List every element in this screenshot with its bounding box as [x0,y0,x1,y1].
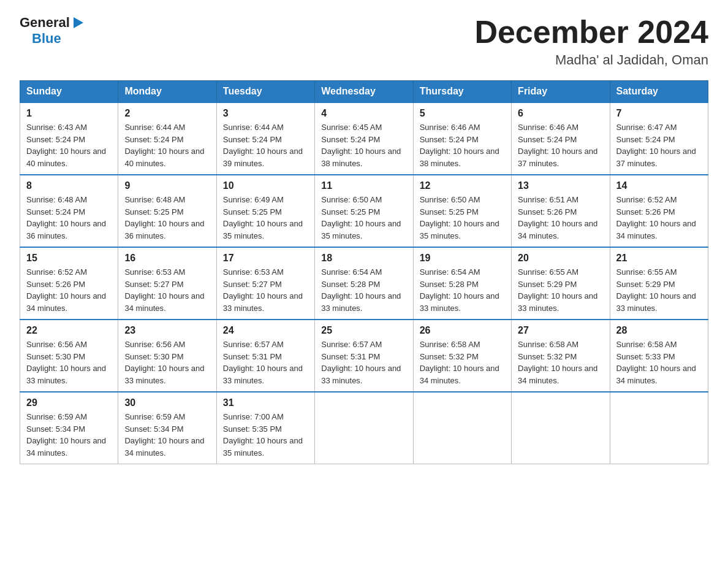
cell-info: Sunrise: 6:55 AMSunset: 5:29 PMDaylight:… [518,266,603,314]
cell-info: Sunrise: 6:48 AMSunset: 5:25 PMDaylight:… [124,194,210,242]
table-row [512,392,610,464]
cell-info: Sunrise: 6:58 AMSunset: 5:32 PMDaylight:… [518,339,603,386]
cell-date: 16 [124,253,210,264]
cell-info: Sunrise: 6:52 AMSunset: 5:26 PMDaylight:… [26,266,112,314]
month-title: December 2024 [474,15,708,50]
table-row: 29 Sunrise: 6:59 AMSunset: 5:34 PMDaylig… [20,392,118,464]
table-row: 22 Sunrise: 6:56 AMSunset: 5:30 PMDaylig… [20,320,118,392]
table-row: 31 Sunrise: 7:00 AMSunset: 5:35 PMDaylig… [216,392,314,464]
table-row: 12 Sunrise: 6:50 AMSunset: 5:25 PMDaylig… [413,175,511,247]
cell-info: Sunrise: 6:47 AMSunset: 5:24 PMDaylight:… [616,121,702,169]
cell-date: 14 [616,180,702,191]
col-saturday: Saturday [610,81,708,103]
table-row: 4 Sunrise: 6:45 AMSunset: 5:24 PMDayligh… [315,102,413,175]
table-row: 26 Sunrise: 6:58 AMSunset: 5:32 PMDaylig… [413,320,511,392]
cell-date: 3 [223,108,308,119]
calendar-table: Sunday Monday Tuesday Wednesday Thursday… [20,80,708,464]
col-friday: Friday [512,81,610,103]
cell-date: 30 [124,397,210,408]
cell-info: Sunrise: 6:59 AMSunset: 5:34 PMDaylight:… [124,411,210,459]
table-row: 30 Sunrise: 6:59 AMSunset: 5:34 PMDaylig… [118,392,216,464]
table-row: 28 Sunrise: 6:58 AMSunset: 5:33 PMDaylig… [610,320,708,392]
cell-info: Sunrise: 6:52 AMSunset: 5:26 PMDaylight:… [616,194,702,242]
table-row: 5 Sunrise: 6:46 AMSunset: 5:24 PMDayligh… [413,102,511,175]
cell-info: Sunrise: 7:00 AMSunset: 5:35 PMDaylight:… [223,411,308,459]
cell-info: Sunrise: 6:50 AMSunset: 5:25 PMDaylight:… [321,194,406,242]
cell-info: Sunrise: 6:57 AMSunset: 5:31 PMDaylight:… [223,339,308,386]
calendar-week-row: 15 Sunrise: 6:52 AMSunset: 5:26 PMDaylig… [20,247,708,320]
cell-date: 12 [420,180,505,191]
cell-date: 7 [616,108,702,119]
cell-info: Sunrise: 6:56 AMSunset: 5:30 PMDaylight:… [26,339,112,386]
table-row: 13 Sunrise: 6:51 AMSunset: 5:26 PMDaylig… [512,175,610,247]
cell-info: Sunrise: 6:53 AMSunset: 5:27 PMDaylight:… [124,266,210,314]
cell-info: Sunrise: 6:50 AMSunset: 5:25 PMDaylight:… [420,194,505,242]
table-row: 21 Sunrise: 6:55 AMSunset: 5:29 PMDaylig… [610,247,708,320]
table-row: 9 Sunrise: 6:48 AMSunset: 5:25 PMDayligh… [118,175,216,247]
calendar-week-row: 1 Sunrise: 6:43 AMSunset: 5:24 PMDayligh… [20,102,708,175]
table-row: 18 Sunrise: 6:54 AMSunset: 5:28 PMDaylig… [315,247,413,320]
table-row [315,392,413,464]
cell-date: 10 [223,180,308,191]
cell-date: 9 [124,180,210,191]
calendar-header-row: Sunday Monday Tuesday Wednesday Thursday… [20,81,708,103]
cell-date: 23 [124,325,210,336]
cell-info: Sunrise: 6:56 AMSunset: 5:30 PMDaylight:… [124,339,210,386]
cell-date: 29 [26,397,112,408]
cell-info: Sunrise: 6:58 AMSunset: 5:32 PMDaylight:… [420,339,505,386]
cell-info: Sunrise: 6:51 AMSunset: 5:26 PMDaylight:… [518,194,603,242]
table-row: 14 Sunrise: 6:52 AMSunset: 5:26 PMDaylig… [610,175,708,247]
cell-info: Sunrise: 6:59 AMSunset: 5:34 PMDaylight:… [26,411,112,459]
col-tuesday: Tuesday [216,81,314,103]
cell-info: Sunrise: 6:49 AMSunset: 5:25 PMDaylight:… [223,194,308,242]
table-row: 16 Sunrise: 6:53 AMSunset: 5:27 PMDaylig… [118,247,216,320]
cell-date: 2 [124,108,210,119]
cell-info: Sunrise: 6:55 AMSunset: 5:29 PMDaylight:… [616,266,702,314]
cell-info: Sunrise: 6:46 AMSunset: 5:24 PMDaylight:… [420,121,505,169]
cell-date: 31 [223,397,308,408]
table-row: 2 Sunrise: 6:44 AMSunset: 5:24 PMDayligh… [118,102,216,175]
col-thursday: Thursday [413,81,511,103]
svg-marker-0 [74,17,83,28]
cell-date: 8 [26,180,112,191]
cell-date: 19 [420,253,505,264]
cell-date: 4 [321,108,406,119]
cell-date: 17 [223,253,308,264]
table-row: 1 Sunrise: 6:43 AMSunset: 5:24 PMDayligh… [20,102,118,175]
cell-info: Sunrise: 6:46 AMSunset: 5:24 PMDaylight:… [518,121,603,169]
cell-info: Sunrise: 6:44 AMSunset: 5:24 PMDaylight:… [223,121,308,169]
logo-triangle-icon [71,16,85,29]
table-row: 10 Sunrise: 6:49 AMSunset: 5:25 PMDaylig… [216,175,314,247]
cell-info: Sunrise: 6:53 AMSunset: 5:27 PMDaylight:… [223,266,308,314]
cell-date: 24 [223,325,308,336]
table-row: 20 Sunrise: 6:55 AMSunset: 5:29 PMDaylig… [512,247,610,320]
col-wednesday: Wednesday [315,81,413,103]
table-row: 27 Sunrise: 6:58 AMSunset: 5:32 PMDaylig… [512,320,610,392]
col-sunday: Sunday [20,81,118,103]
logo: General Blue [20,15,85,47]
cell-date: 11 [321,180,406,191]
cell-date: 13 [518,180,603,191]
logo-blue-text: Blue [32,31,61,47]
table-row: 25 Sunrise: 6:57 AMSunset: 5:31 PMDaylig… [315,320,413,392]
cell-info: Sunrise: 6:54 AMSunset: 5:28 PMDaylight:… [321,266,406,314]
cell-info: Sunrise: 6:43 AMSunset: 5:24 PMDaylight:… [26,121,112,169]
title-block: December 2024 Madha' al Jadidah, Oman [474,15,708,68]
cell-date: 20 [518,253,603,264]
cell-date: 21 [616,253,702,264]
cell-date: 26 [420,325,505,336]
cell-info: Sunrise: 6:45 AMSunset: 5:24 PMDaylight:… [321,121,406,169]
calendar-week-row: 29 Sunrise: 6:59 AMSunset: 5:34 PMDaylig… [20,392,708,464]
cell-date: 22 [26,325,112,336]
table-row: 11 Sunrise: 6:50 AMSunset: 5:25 PMDaylig… [315,175,413,247]
cell-date: 27 [518,325,603,336]
cell-info: Sunrise: 6:57 AMSunset: 5:31 PMDaylight:… [321,339,406,386]
logo-general-text: General [20,15,70,31]
table-row [413,392,511,464]
cell-date: 15 [26,253,112,264]
cell-date: 1 [26,108,112,119]
cell-date: 18 [321,253,406,264]
cell-info: Sunrise: 6:48 AMSunset: 5:24 PMDaylight:… [26,194,112,242]
table-row: 15 Sunrise: 6:52 AMSunset: 5:26 PMDaylig… [20,247,118,320]
cell-info: Sunrise: 6:54 AMSunset: 5:28 PMDaylight:… [420,266,505,314]
